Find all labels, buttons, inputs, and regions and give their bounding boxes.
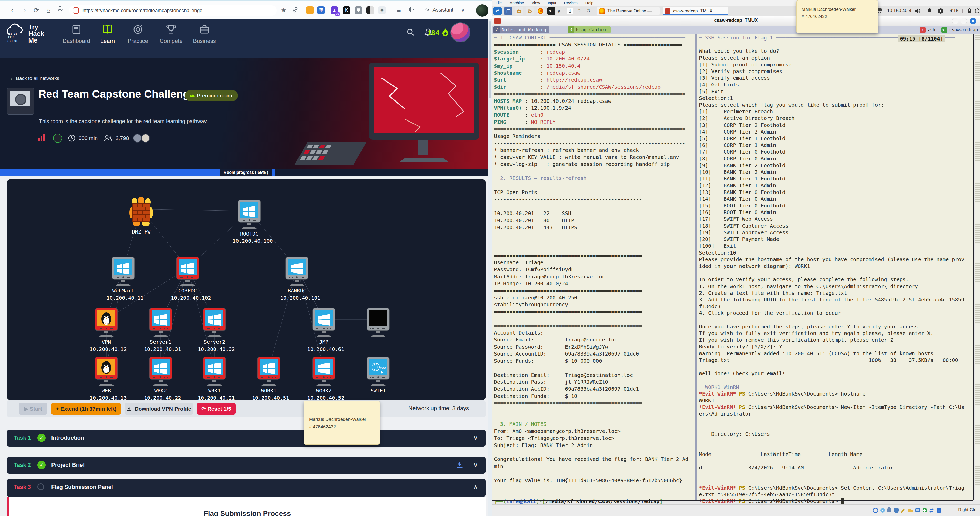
task-title: Project Brief	[51, 462, 85, 468]
network-node-server2: Server210.200.40.32	[198, 307, 231, 353]
lock-icon[interactable]	[967, 8, 972, 15]
chevron-down-icon[interactable]: ∨	[473, 462, 478, 468]
notifications-bell-icon[interactable]	[927, 8, 932, 15]
url-text: https://tryhackme.com/room/redteamcapsto…	[83, 8, 202, 13]
extension-icon-5[interactable]: ⛊	[355, 6, 362, 14]
reload-icon[interactable]: ⟳	[32, 6, 41, 14]
share-link-icon[interactable]	[291, 6, 299, 14]
task-2-header[interactable]: Task 2 ✓ Project Brief ∨	[7, 457, 485, 474]
nav-item-dashboard[interactable]: Dashboard	[61, 24, 92, 45]
terminal-icon[interactable]: >_	[547, 7, 555, 15]
avatar	[133, 134, 142, 143]
clock-icon	[68, 134, 76, 142]
duration-text: 600 min	[79, 135, 98, 141]
svg-text:1110: 1110	[8, 36, 14, 39]
network-node-dmz-fw: DMZ-FW	[124, 197, 158, 235]
chevron-up-icon[interactable]: ∧	[473, 483, 478, 491]
puzzle-extensions-icon[interactable]: ❖	[378, 6, 386, 14]
taskbar-window-tmux[interactable]: csaw-redcap_TMUX	[663, 7, 728, 15]
task-title: Introduction	[51, 435, 84, 441]
vm-menubar: File Machine View Input Devices Help	[492, 0, 980, 6]
logout-icon[interactable]	[974, 8, 980, 15]
maximize-button[interactable]	[961, 18, 967, 24]
network-extend-button[interactable]: + Extend (1h 37min left)	[51, 403, 121, 415]
nav-item-compete[interactable]: Compete	[156, 24, 186, 45]
browser-profile-avatar[interactable]	[476, 4, 488, 17]
thm-user-avatar[interactable]	[450, 22, 470, 42]
window-title: csaw-redcap_TMUX	[492, 18, 980, 23]
nav-item-learn[interactable]: Learn	[92, 24, 123, 45]
tmux-window-titlebar[interactable]: csaw-redcap_TMUX ✕	[492, 16, 980, 26]
close-button[interactable]: ✕	[970, 18, 977, 24]
menu-input[interactable]: Input	[548, 0, 556, 5]
task-complete-icon: ✓	[37, 461, 46, 469]
terminal-minimap[interactable]	[975, 34, 980, 500]
task-title: Flag Submission Panel	[51, 484, 113, 491]
search-icon[interactable]	[406, 28, 415, 38]
power-manager-icon[interactable]	[937, 8, 943, 15]
back-icon[interactable]: ‹	[8, 6, 16, 14]
workspace-1[interactable]: 1	[567, 8, 573, 14]
audio-eq-icon[interactable]	[407, 6, 415, 14]
launcher-chevron-icon[interactable]: ∨	[557, 7, 561, 15]
menu-file[interactable]: File	[495, 0, 502, 5]
workspace-2[interactable]: 2	[576, 8, 582, 14]
taskbar-window-firefox[interactable]: The Reserve Online — ...	[597, 7, 660, 15]
chevron-down-icon[interactable]: ∨	[473, 434, 478, 441]
assistant-chevron-icon[interactable]: ∨	[459, 6, 467, 14]
pane-csaw-context: ─ 1. CSAW CONTEXT ──────────────────────…	[494, 34, 689, 512]
extension-icon-1[interactable]	[306, 6, 314, 14]
premium-room-badge: Premium room	[185, 90, 238, 101]
file-manager-icon[interactable]: 🗀	[515, 7, 523, 15]
network-node-jmp: JMP10.200.40.61	[307, 307, 340, 353]
extension-badge: 30	[335, 12, 340, 16]
tmux-window-2-tab[interactable]: 2Notes and Working	[493, 26, 549, 33]
microphone-icon[interactable]	[56, 6, 65, 14]
room-progress-bar: Room progress ( 56% )	[0, 169, 492, 175]
download-vpn-button[interactable]: Download VPN Profile	[124, 403, 193, 415]
forward-icon[interactable]: ›	[21, 6, 29, 14]
extension-icon-4[interactable]: K	[343, 6, 350, 14]
show-desktop-icon[interactable]: ▢	[504, 7, 512, 15]
tmux-terminal[interactable]: ─ 1. CSAW CONTEXT ──────────────────────…	[492, 34, 973, 500]
menu-machine[interactable]: Machine	[509, 0, 524, 5]
network-reset-button[interactable]: ⟳ Reset 1/5	[197, 403, 236, 415]
menu-icon[interactable]: ≡	[395, 6, 403, 14]
svg-text:www: www	[380, 366, 386, 369]
joined-count: 2,798	[116, 135, 129, 141]
menu-help[interactable]: Help	[585, 0, 593, 5]
back-to-networks-link[interactable]: ← Back to all networks	[10, 76, 59, 81]
kali-menu-icon[interactable]	[493, 7, 502, 15]
thm-logo[interactable]: 10 1011100101 01 Try Hack Me	[5, 22, 46, 45]
folder-icon[interactable]: 🗁	[526, 7, 534, 15]
minimize-button[interactable]	[952, 18, 958, 24]
avatar	[141, 134, 150, 143]
network-start-button[interactable]: ▶ Start	[19, 403, 48, 415]
extension-icon-3[interactable]: ▲30	[331, 6, 338, 14]
network-node-rootdc: ROOTDC10.200.40.100	[233, 199, 266, 245]
clock-text: 9:18	[950, 8, 958, 13]
browser-scrollbar[interactable]	[488, 19, 492, 516]
url-bar[interactable]: https://tryhackme.com/room/redteamcapsto…	[69, 5, 277, 16]
tmux-window-3-tab[interactable]: 3Flag Capture	[568, 26, 611, 33]
flag-submission-panel: Flag Submission Process	[7, 497, 485, 516]
task-1-header[interactable]: Task 1 ✓ Introduction ∨	[7, 430, 485, 446]
theme-toggle-icon[interactable]	[366, 6, 374, 14]
bookmark-star-icon[interactable]: ★	[279, 6, 288, 14]
network-node-screen	[361, 307, 395, 338]
volume-icon[interactable]	[915, 8, 921, 15]
extension-icon-2[interactable]: ⛨	[317, 6, 325, 14]
firefox-icon[interactable]	[536, 7, 545, 15]
assistant-button[interactable]: Assistant	[425, 7, 453, 13]
streak-points[interactable]: 184	[427, 28, 449, 37]
workspace-3[interactable]: 3	[585, 8, 592, 14]
download-icon[interactable]	[456, 461, 463, 468]
nav-item-practice[interactable]: Practice	[123, 24, 153, 45]
menu-devices[interactable]: Devices	[564, 0, 578, 5]
tmux-pane-divider[interactable]	[695, 34, 697, 500]
task-3-header[interactable]: Task 3 Flag Submission Panel ∧	[7, 479, 485, 497]
home-icon[interactable]: ⌂	[44, 6, 53, 14]
nav-item-business[interactable]: Business	[189, 24, 220, 45]
browser-window: ‹ › ⟳ ⌂ https://tryhackme.com/room/redte…	[0, 0, 492, 516]
menu-view[interactable]: View	[531, 0, 540, 5]
